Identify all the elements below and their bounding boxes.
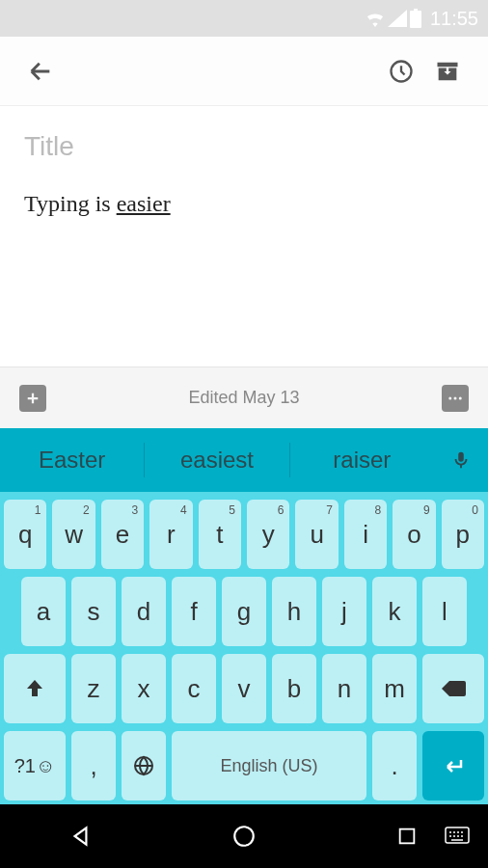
- key-h[interactable]: h: [272, 577, 316, 646]
- nav-home-icon: [231, 824, 257, 849]
- reminder-button[interactable]: [378, 48, 424, 95]
- key-o[interactable]: o9: [393, 500, 435, 569]
- keyboard: Easter easiest raiser q1w2e3r4t5y6u7i8o9…: [0, 428, 488, 804]
- svg-point-2: [454, 396, 457, 399]
- footer-bar: Edited May 13: [0, 366, 488, 428]
- more-button[interactable]: [442, 385, 469, 412]
- key-s[interactable]: s: [71, 577, 116, 646]
- key-t[interactable]: t5: [199, 500, 241, 569]
- shift-key[interactable]: [4, 654, 66, 723]
- signal-icon: [388, 10, 407, 27]
- key-d[interactable]: d: [122, 577, 166, 646]
- key-j[interactable]: j: [322, 577, 366, 646]
- key-k[interactable]: k: [372, 577, 417, 646]
- backspace-key[interactable]: [422, 654, 484, 723]
- backspace-icon: [440, 677, 467, 700]
- key-c[interactable]: c: [172, 654, 216, 723]
- key-i[interactable]: i8: [344, 500, 387, 569]
- mic-button[interactable]: [434, 449, 488, 471]
- svg-rect-6: [399, 829, 414, 844]
- nav-back[interactable]: [62, 817, 100, 855]
- svg-point-5: [234, 827, 254, 846]
- arrow-left-icon: [27, 58, 54, 85]
- suggestion-2[interactable]: easiest: [145, 428, 288, 492]
- key-x[interactable]: x: [122, 654, 166, 723]
- key-z[interactable]: z: [71, 654, 116, 723]
- more-icon: [447, 390, 464, 407]
- note-body[interactable]: Typing is easier: [24, 191, 464, 217]
- key-r[interactable]: r4: [149, 500, 192, 569]
- svg-point-3: [459, 396, 462, 399]
- clock-icon: [388, 58, 415, 85]
- key-e[interactable]: e3: [101, 500, 144, 569]
- key-row-2: asdfghjkl: [4, 577, 484, 646]
- shift-icon: [23, 677, 46, 700]
- suggestion-bar: Easter easiest raiser: [0, 428, 488, 492]
- key-g[interactable]: g: [222, 577, 266, 646]
- app-bar: [0, 37, 488, 106]
- symbols-key[interactable]: ?1☺: [4, 731, 66, 800]
- globe-icon: [132, 754, 155, 777]
- edited-label: Edited May 13: [46, 388, 442, 408]
- key-y[interactable]: y6: [247, 500, 289, 569]
- battery-icon: [409, 9, 422, 28]
- nav-bar: [0, 804, 488, 868]
- keyboard-icon: [445, 827, 470, 846]
- enter-key[interactable]: [422, 731, 484, 800]
- key-f[interactable]: f: [172, 577, 216, 646]
- key-n[interactable]: n: [322, 654, 366, 723]
- key-l[interactable]: l: [422, 577, 467, 646]
- archive-icon: [434, 58, 461, 85]
- wifi-icon: [365, 10, 386, 27]
- globe-key[interactable]: [122, 731, 166, 800]
- key-u[interactable]: u7: [295, 500, 338, 569]
- space-key[interactable]: English (US): [172, 731, 366, 800]
- add-button[interactable]: [19, 385, 46, 412]
- note-content[interactable]: Title Typing is easier: [0, 106, 488, 366]
- mic-icon: [450, 449, 472, 471]
- nav-recent[interactable]: [388, 817, 426, 855]
- key-w[interactable]: w2: [52, 500, 95, 569]
- suggestion-1[interactable]: Easter: [0, 428, 144, 492]
- body-text-prefix: Typing is: [24, 191, 117, 216]
- key-q[interactable]: q1: [4, 500, 46, 569]
- period-key[interactable]: .: [372, 731, 417, 800]
- status-time: 11:55: [430, 8, 478, 30]
- key-a[interactable]: a: [21, 577, 66, 646]
- body-text-underlined: easier: [117, 191, 171, 216]
- nav-recent-icon: [396, 826, 418, 847]
- archive-button[interactable]: [424, 48, 471, 95]
- back-button[interactable]: [17, 48, 64, 95]
- enter-icon: [440, 754, 467, 777]
- key-p[interactable]: p0: [442, 500, 484, 569]
- key-b[interactable]: b: [272, 654, 316, 723]
- svg-point-1: [448, 396, 451, 399]
- nav-keyboard[interactable]: [438, 817, 476, 855]
- plus-icon: [24, 390, 41, 407]
- title-input[interactable]: Title: [24, 131, 464, 162]
- key-v[interactable]: v: [222, 654, 266, 723]
- key-row-4: ?1☺ , English (US) .: [4, 731, 484, 800]
- key-m[interactable]: m: [372, 654, 417, 723]
- nav-home[interactable]: [225, 817, 263, 855]
- nav-back-icon: [68, 824, 94, 849]
- comma-key[interactable]: ,: [71, 731, 116, 800]
- key-row-1: q1w2e3r4t5y6u7i8o9p0: [4, 500, 484, 569]
- suggestion-3[interactable]: raiser: [290, 428, 434, 492]
- status-bar: 11:55: [0, 0, 488, 37]
- key-row-3: zxcvbnm: [4, 654, 484, 723]
